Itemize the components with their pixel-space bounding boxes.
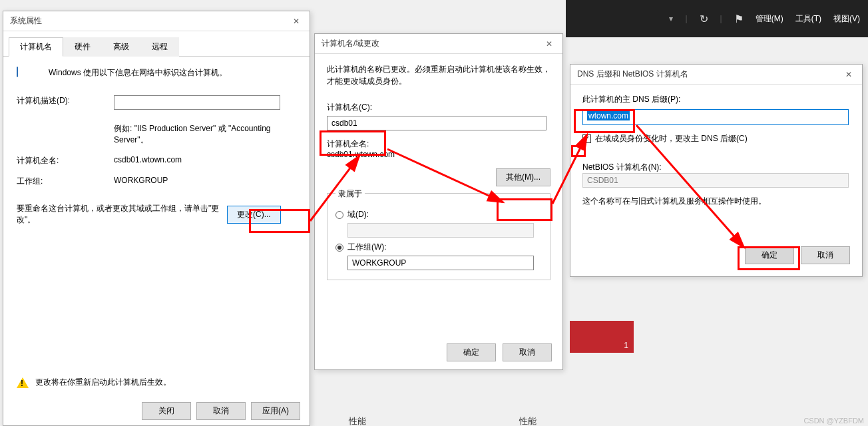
dropdown-caret-icon[interactable]: ▾: [669, 14, 673, 23]
member-of-group: 隶属于 域(D): 工作组(W):: [327, 193, 550, 280]
d2-title: 计算机名/域更改: [322, 38, 379, 49]
computer-name-domain-dialog: 计算机名/域更改 ✕ 此计算机的名称已更改。必须重新启动此计算机使该名称生效，才…: [314, 33, 563, 370]
suffix-label: 此计算机的主 DNS 后缀(P):: [582, 94, 850, 105]
change-button[interactable]: 更改(C)...: [227, 206, 281, 224]
tab-advanced[interactable]: 高级: [102, 37, 140, 57]
d2-intro: 此计算机的名称已更改。必须重新启动此计算机使该名称生效，才能更改域成员身份。: [327, 63, 550, 87]
fullname-value: csdb01.wtown.com: [114, 155, 182, 166]
full-label: 计算机全名:: [327, 138, 550, 150]
dns-suffix-dialog: DNS 后缀和 NetBIOS 计算机名 ✕ 此计算机的主 DNS 后缀(P):…: [570, 64, 863, 277]
d1-tabs: 计算机名 硬件 高级 远程: [3, 31, 310, 57]
full-value: csdb01.wtown.com: [327, 150, 550, 159]
rename-text: 要重命名这台计算机，或者更改其域或工作组，请单击"更改"。: [17, 203, 227, 226]
change-suffix-checkbox[interactable]: 在域成员身份变化时，更改主 DNS 后缀(C): [582, 133, 850, 144]
menu-manage[interactable]: 管理(M): [756, 13, 783, 25]
d1-title: 系统属性: [10, 15, 42, 27]
d2-ok-button[interactable]: 确定: [447, 343, 496, 361]
desc-label: 计算机描述(D):: [17, 95, 114, 110]
suffix-value: wtown.com: [587, 111, 630, 120]
perf-label-2: 性能: [519, 415, 537, 426]
dashboard-error-tile[interactable]: 1: [570, 321, 634, 353]
checkbox-icon: [582, 134, 591, 143]
d2-cancel-button[interactable]: 取消: [503, 343, 552, 361]
close-icon[interactable]: ✕: [540, 37, 558, 51]
dns-suffix-input[interactable]: wtown.com: [582, 109, 849, 125]
menu-view[interactable]: 视图(V): [833, 13, 860, 25]
workgroup-label: 工作组:: [17, 176, 114, 187]
name-label: 计算机名(C):: [327, 102, 550, 113]
d1-apply-button[interactable]: 应用(A): [251, 402, 300, 420]
radio-workgroup[interactable]: 工作组(W):: [335, 242, 542, 253]
desc-hint: 例如: "IIS Production Server" 或 "Accountin…: [114, 123, 287, 146]
computer-name-input[interactable]: [327, 116, 546, 130]
restart-warning: 更改将在你重新启动此计算机后生效。: [17, 377, 171, 388]
d1-cancel-button[interactable]: 取消: [196, 402, 246, 420]
perf-label-1: 性能: [349, 415, 366, 426]
d3-titlebar: DNS 后缀和 NetBIOS 计算机名 ✕: [570, 65, 862, 85]
radio-domain[interactable]: 域(D):: [335, 209, 542, 220]
d1-close-button[interactable]: 关闭: [142, 402, 191, 420]
d2-titlebar: 计算机名/域更改 ✕: [315, 34, 562, 54]
computer-description-input[interactable]: [114, 95, 280, 110]
close-icon[interactable]: ✕: [287, 14, 306, 29]
tab-computer-name[interactable]: 计算机名: [9, 37, 63, 57]
menu-tools[interactable]: 工具(T): [795, 13, 821, 25]
fullname-label: 计算机全名:: [17, 155, 114, 166]
workgroup-value: WORKGROUP: [114, 176, 168, 187]
system-properties-dialog: 系统属性 ✕ 计算机名 硬件 高级 远程 Windows 使用以下信息在网络中标…: [3, 11, 310, 426]
domain-input: [347, 223, 534, 238]
d1-intro: Windows 使用以下信息在网络中标识这台计算机。: [49, 67, 296, 79]
d1-titlebar: 系统属性 ✕: [3, 11, 310, 31]
d3-ok-button[interactable]: 确定: [745, 246, 794, 264]
d3-cancel-button[interactable]: 取消: [801, 246, 850, 264]
member-of-title: 隶属于: [335, 188, 365, 200]
domain-label: 域(D):: [347, 209, 369, 220]
netbios-note: 这个名称可在与旧式计算机及服务相互操作时使用。: [582, 196, 850, 207]
netbios-input: [582, 173, 849, 188]
server-manager-topbar: ▾ | ↻ | ⚑ 管理(M) 工具(T) 视图(V): [566, 0, 868, 37]
refresh-icon[interactable]: ↻: [700, 13, 708, 25]
warn-text: 更改将在你重新启动此计算机后生效。: [35, 377, 171, 388]
computer-icon: [17, 67, 39, 86]
wg-label: 工作组(W):: [347, 242, 387, 253]
other-button[interactable]: 其他(M)...: [496, 168, 550, 186]
flag-icon[interactable]: ⚑: [734, 13, 744, 25]
watermark: CSDN @YZBFDM: [803, 417, 864, 425]
tab-remote[interactable]: 远程: [140, 37, 179, 57]
warning-icon: [17, 377, 29, 388]
d3-title: DNS 后缀和 NetBIOS 计算机名: [577, 69, 688, 80]
tile-count: 1: [624, 341, 628, 350]
workgroup-input[interactable]: [347, 256, 534, 270]
close-icon[interactable]: ✕: [839, 67, 858, 82]
checkbox-label: 在域成员身份变化时，更改主 DNS 后缀(C): [595, 133, 748, 144]
netbios-label: NetBIOS 计算机名(N):: [582, 162, 850, 173]
tab-hardware[interactable]: 硬件: [63, 37, 102, 57]
